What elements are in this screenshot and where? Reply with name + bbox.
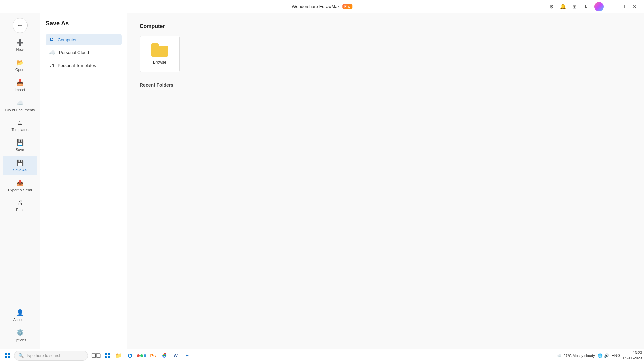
saveas-label: Save As: [13, 168, 26, 172]
avatar[interactable]: [594, 2, 604, 11]
photoshop-button[interactable]: Ps: [148, 350, 158, 361]
save-label: Save: [16, 148, 24, 152]
pro-badge: Pro: [342, 4, 352, 9]
back-button[interactable]: ←: [13, 18, 28, 33]
svg-rect-5: [108, 353, 110, 355]
weather-text: 27°C Mostly cloudy: [563, 354, 595, 358]
svg-rect-1: [8, 353, 10, 355]
sidebar-item-templates[interactable]: 🗂 Templates: [3, 116, 37, 135]
personalTemplates-option-icon: 🗂: [49, 62, 54, 68]
download-icon[interactable]: ⬇: [581, 2, 590, 11]
computer-option-label: Computer: [58, 37, 77, 42]
svg-rect-2: [5, 356, 7, 358]
color-dots: [137, 354, 146, 357]
svg-rect-7: [108, 356, 110, 358]
export-label: Export & Send: [8, 188, 32, 192]
account-icon: 👤: [16, 309, 24, 316]
sidebar-item-export[interactable]: 📤 Export & Send: [3, 176, 37, 195]
new-icon: ➕: [16, 39, 24, 46]
title-bar-controls: ⚙ 🔔 ⊞ ⬇ — ❐ ✕: [547, 2, 640, 11]
taskbar-clock: 13:23 05-11-2023: [623, 350, 642, 361]
sidebar-item-import[interactable]: 📥 Import: [3, 76, 37, 95]
sidebar-item-save[interactable]: 💾 Save: [3, 136, 37, 155]
templates-icon: 🗂: [17, 119, 23, 126]
templates-label: Templates: [11, 128, 28, 132]
taskview-button[interactable]: ❑❑: [91, 350, 101, 361]
folder-icon: [151, 43, 168, 57]
browse-card[interactable]: Browse: [140, 36, 180, 72]
sidebar-item-open[interactable]: 📂 Open: [3, 56, 37, 75]
edrawmax-taskbar-button[interactable]: E: [182, 350, 193, 361]
sidebar-item-options[interactable]: ⚙️ Options: [3, 326, 37, 345]
minimize-button[interactable]: —: [605, 2, 616, 11]
toolbar-icons: ⚙ 🔔 ⊞ ⬇: [547, 2, 590, 11]
chrome-button[interactable]: [159, 350, 170, 361]
options-icon: ⚙️: [16, 329, 24, 337]
share-icon[interactable]: ⊞: [570, 2, 579, 11]
taskbar-right: ☁️ 27°C Mostly cloudy 🌐 🔊 ENG 13:23 05-1…: [557, 350, 642, 361]
svg-rect-0: [5, 353, 7, 355]
language-indicator: ENG: [612, 353, 621, 358]
computer-option-icon: 🖥: [49, 37, 54, 43]
volume-icon: 🔊: [604, 353, 609, 358]
import-icon: 📥: [16, 79, 24, 86]
notification-icon[interactable]: 🔔: [558, 2, 568, 11]
account-label: Account: [13, 318, 27, 322]
taskbar-search[interactable]: 🔍 Type here to search: [14, 351, 88, 361]
personalTemplates-option-label: Personal Templates: [58, 63, 96, 68]
content-area: Computer Browse Recent Folders: [127, 13, 644, 349]
sidebar-item-cloud[interactable]: ☁️ Cloud Documents: [3, 96, 37, 115]
import-label: Import: [15, 88, 25, 92]
title-bar: Wondershare EdrawMax Pro ⚙ 🔔 ⊞ ⬇ — ❐ ✕: [0, 0, 644, 13]
edge-button[interactable]: [125, 350, 136, 361]
saveas-icon: 💾: [16, 159, 24, 167]
word-button[interactable]: W: [170, 350, 181, 361]
print-icon: 🖨: [17, 199, 23, 206]
svg-rect-6: [105, 356, 107, 358]
clock-time: 13:23: [623, 350, 642, 355]
cloud-icon: ☁️: [557, 353, 562, 358]
new-label: New: [16, 48, 23, 52]
sidebar-item-print[interactable]: 🖨 Print: [3, 196, 37, 215]
save-option-personalCloud[interactable]: ☁️ Personal Cloud: [46, 47, 122, 58]
close-button[interactable]: ✕: [629, 2, 640, 11]
options-label: Options: [14, 338, 26, 342]
app-title: Wondershare EdrawMax: [292, 4, 340, 9]
save-icon: 💾: [16, 139, 24, 146]
restore-button[interactable]: ❐: [617, 2, 628, 11]
start-button[interactable]: [2, 350, 13, 361]
system-tray: 🌐 🔊: [598, 353, 609, 358]
taskbar-apps: ❑❑ 📁 Ps W E: [91, 350, 193, 361]
save-as-panel: Save As 🖥 Computer ☁️ Personal Cloud 🗂 P…: [40, 13, 127, 349]
network-icon: 🌐: [598, 353, 603, 358]
taskbar: 🔍 Type here to search ❑❑ 📁 Ps W E: [0, 349, 644, 362]
clock-date: 05-11-2023: [623, 356, 642, 361]
widgets-button[interactable]: [102, 350, 113, 361]
search-placeholder: Type here to search: [26, 353, 61, 358]
save-option-computer[interactable]: 🖥 Computer: [46, 34, 122, 45]
cloud-icon: ☁️: [16, 99, 24, 107]
sidebar-item-new[interactable]: ➕ New: [3, 36, 37, 55]
title-bar-center: Wondershare EdrawMax Pro: [292, 4, 352, 9]
open-icon: 📂: [16, 59, 24, 66]
save-option-personalTemplates[interactable]: 🗂 Personal Templates: [46, 60, 122, 71]
recent-folders-title: Recent Folders: [140, 82, 632, 88]
svg-rect-4: [105, 353, 107, 355]
main-content: ← ➕ New 📂 Open 📥 Import ☁️ Cloud Documen…: [0, 13, 644, 349]
print-label: Print: [16, 208, 24, 212]
sidebar-item-saveas[interactable]: 💾 Save As: [3, 156, 37, 175]
sidebar-narrow: ← ➕ New 📂 Open 📥 Import ☁️ Cloud Documen…: [0, 13, 40, 349]
weather-info: ☁️ 27°C Mostly cloudy: [557, 353, 595, 358]
personalCloud-option-label: Personal Cloud: [59, 50, 89, 55]
svg-rect-3: [8, 356, 10, 358]
personalCloud-option-icon: ☁️: [49, 49, 56, 56]
computer-section-title: Computer: [140, 23, 632, 29]
file-explorer-button[interactable]: 📁: [113, 350, 124, 361]
cloud-label: Cloud Documents: [5, 108, 35, 112]
export-icon: 📤: [16, 179, 24, 187]
browse-label: Browse: [153, 60, 166, 65]
search-icon: 🔍: [18, 353, 24, 358]
sidebar-item-account[interactable]: 👤 Account: [3, 306, 37, 325]
panel-title: Save As: [46, 20, 122, 27]
settings-icon[interactable]: ⚙: [547, 2, 556, 11]
